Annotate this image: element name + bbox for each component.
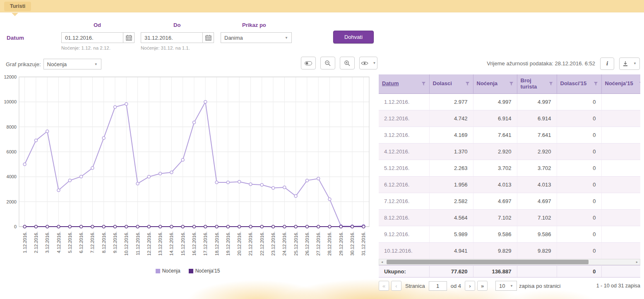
table-row[interactable]: 3.12.2016.4.1697.6417.6410 <box>379 127 640 143</box>
column-header-4[interactable]: Dolasci'15 <box>557 74 601 93</box>
filter-funnel-icon[interactable] <box>549 81 553 86</box>
column-header-0[interactable]: Datum <box>379 74 429 93</box>
tab-turisti[interactable]: Turisti <box>4 2 31 11</box>
table-row[interactable]: 9.12.2016.5.9899.5869.5860 <box>379 226 640 242</box>
series-visibility-button[interactable]: ▼ <box>359 57 377 69</box>
svg-text:17.12.2016.: 17.12.2016. <box>203 232 208 256</box>
legend-swatch <box>156 269 160 273</box>
column-header-3[interactable]: Broj turista <box>517 74 557 93</box>
chevron-down-icon: ▼ <box>633 62 637 65</box>
page-size-value: 10 <box>499 283 505 289</box>
column-header-1[interactable]: Dolasci <box>429 74 473 93</box>
table-row[interactable]: 5.12.2016.2.2633.7023.7020 <box>379 160 640 176</box>
table-row[interactable]: 7.12.2016.2.5824.6974.6970 <box>379 193 640 209</box>
table-toolbar: Vrijeme ažurnosti podataka: 28.12.2016. … <box>379 57 640 70</box>
totals-label: Ukupno: <box>379 266 429 277</box>
table-row[interactable]: 4.12.2016.1.3702.9202.9200 <box>379 143 640 160</box>
table-row[interactable]: 6.12.2016.1.9564.0134.0130 <box>379 176 640 193</box>
cell-value: 2.920 <box>473 143 517 160</box>
filter-funnel-icon[interactable] <box>465 81 470 86</box>
table-row[interactable]: 2.12.2016.4.7426.9146.9140 <box>379 110 640 127</box>
cell-value: 2.920 <box>517 143 557 160</box>
dohvati-button[interactable]: Dohvati <box>333 31 374 43</box>
cell-value: 4.013 <box>473 176 517 193</box>
cell-value <box>601 110 640 127</box>
filter-funnel-icon[interactable] <box>639 81 641 86</box>
date-to-calendar-button[interactable] <box>203 32 214 43</box>
svg-text:30.12.2016.: 30.12.2016. <box>350 232 355 256</box>
page-size-select[interactable]: 10 ▼ <box>495 281 517 291</box>
cell-datum: 1.12.2016. <box>379 93 429 110</box>
scrollbar-thumb[interactable] <box>387 260 589 264</box>
export-button[interactable]: ▼ <box>619 57 640 70</box>
cell-datum: 3.12.2016. <box>379 127 429 143</box>
table-row[interactable]: 8.12.2016.4.5647.1027.1020 <box>379 209 640 226</box>
filter-funnel-icon[interactable] <box>594 81 598 86</box>
svg-text:6.12.2016.: 6.12.2016. <box>79 232 84 253</box>
svg-text:31.12.2016.: 31.12.2016. <box>361 232 366 256</box>
cell-value: 1.370 <box>429 143 473 160</box>
legend-item[interactable]: Noćenja <box>156 268 180 274</box>
svg-text:2.12.2016.: 2.12.2016. <box>34 232 38 253</box>
eye-icon <box>361 61 368 66</box>
legend-swatch <box>189 269 193 273</box>
zoom-in-button[interactable] <box>340 57 355 69</box>
column-header-2[interactable]: Noćenja <box>473 74 517 93</box>
chart-legend: NoćenjaNoćenja'15 <box>2 268 373 274</box>
od-label: Od <box>94 22 101 28</box>
horizontal-scrollbar[interactable]: ◄ ► <box>379 259 640 265</box>
date-to-input[interactable] <box>141 32 203 43</box>
filter-funnel-icon[interactable] <box>421 81 426 86</box>
cell-value: 0 <box>557 176 601 193</box>
graf-prikazuje-row: Graf prikazuje: Noćenja ▼ <box>6 59 101 69</box>
svg-text:25.12.2016.: 25.12.2016. <box>293 232 298 256</box>
svg-text:24.12.2016.: 24.12.2016. <box>282 232 287 256</box>
cell-value: 4.742 <box>429 110 473 127</box>
cell-value: 0 <box>557 93 601 110</box>
chart-pan-toggle-button[interactable] <box>301 57 316 69</box>
zoom-out-button[interactable] <box>320 57 335 69</box>
totals-row-container: Ukupno:77.620136.8870 <box>379 265 640 278</box>
cell-value <box>601 143 640 160</box>
svg-text:12.12.2016.: 12.12.2016. <box>147 232 151 256</box>
cell-value <box>601 176 640 193</box>
date-from-input[interactable] <box>61 32 123 43</box>
calendar-icon <box>126 35 132 41</box>
line-chart[interactable]: 0200040006000800010000120001.12.2016.2.1… <box>2 74 373 267</box>
page-count-label: od 4 <box>451 283 461 289</box>
chevron-down-icon: ▼ <box>373 61 376 65</box>
prikaz-po-select[interactable]: Danima ▼ <box>221 32 292 43</box>
cell-value: 0 <box>557 193 601 209</box>
table-row[interactable]: 10.12.2016.4.9419.8299.8290 <box>379 242 640 259</box>
graf-prikazuje-select[interactable]: Noćenja ▼ <box>43 59 101 69</box>
cell-value: 6.914 <box>517 110 557 127</box>
info-button[interactable]: i <box>600 57 614 70</box>
totals-value <box>517 266 557 277</box>
cell-datum: 6.12.2016. <box>379 176 429 193</box>
column-header-5[interactable]: Noćenja'15 <box>601 74 640 93</box>
svg-text:10000: 10000 <box>4 99 17 104</box>
scroll-right-arrow[interactable]: ► <box>634 261 640 263</box>
previous-page-button[interactable]: ‹ <box>391 281 401 291</box>
cell-value: 3.702 <box>473 160 517 176</box>
table-row[interactable]: 1.12.2016.2.9774.9974.9970 <box>379 93 640 110</box>
cell-value: 0 <box>557 143 601 160</box>
legend-item[interactable]: Noćenja'15 <box>189 268 220 274</box>
svg-text:0: 0 <box>14 224 17 229</box>
last-page-button[interactable]: » <box>477 281 488 291</box>
filter-funnel-icon[interactable] <box>509 81 514 86</box>
date-from-calendar-button[interactable] <box>123 32 135 43</box>
first-page-button[interactable]: « <box>379 281 389 291</box>
cell-value <box>601 160 640 176</box>
chevron-down-icon: ▼ <box>510 284 513 288</box>
cell-datum: 10.12.2016. <box>379 242 429 259</box>
scroll-left-arrow[interactable]: ◄ <box>379 261 385 263</box>
cell-value: 2.582 <box>429 193 473 209</box>
pagination-bar: « ‹ Stranica od 4 › » 10 ▼ zapisa po str… <box>379 281 640 291</box>
cell-value <box>601 209 640 226</box>
page-number-input[interactable] <box>429 281 447 291</box>
download-icon <box>622 61 628 67</box>
next-page-button[interactable]: › <box>465 281 475 291</box>
legend-label: Noćenja'15 <box>195 268 220 274</box>
cell-value: 2.977 <box>429 93 473 110</box>
